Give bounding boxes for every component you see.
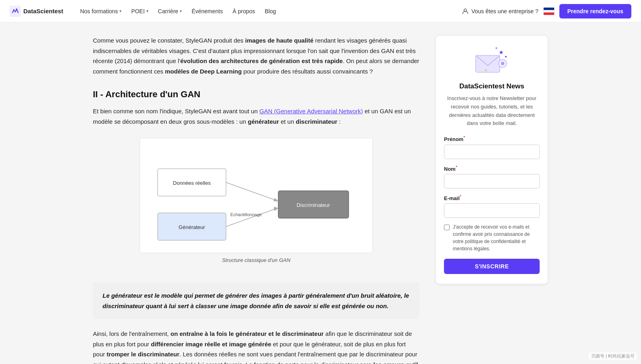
prenom-label: Prénom* (444, 135, 540, 142)
nav-right: Vous êtes une entreprise ? Prendre rende… (462, 4, 631, 18)
chevron-down-icon: ▾ (119, 9, 121, 13)
navbar: DataScientest Nos formations ▾ POEI ▾ Ca… (0, 0, 641, 22)
svg-point-2 (16, 8, 18, 10)
nav-links: Nos formations ▾ POEI ▾ Carrière ▾ Événe… (76, 6, 449, 17)
svg-text:★: ★ (495, 46, 498, 50)
section-intro: Et bien comme son nom l'indique, StyleGA… (93, 106, 419, 127)
diagram-container: Données réelles Générateur Discriminateu… (93, 138, 419, 273)
logo[interactable]: DataScientest (10, 6, 63, 17)
cta-button[interactable]: Prendre rendez-vous (559, 4, 631, 18)
sidebar: ★ ★ DataScientest News Inscrivez-vous à … (436, 35, 548, 284)
newsletter-card: ★ ★ DataScientest News Inscrivez-vous à … (436, 35, 548, 284)
diagram-caption: Structure classique d'un GAN (222, 257, 290, 263)
chevron-down-icon: ▾ (146, 9, 148, 13)
highlighted-block: Le générateur est le modèle qui permet d… (93, 282, 419, 319)
svg-rect-11 (476, 55, 500, 72)
svg-line-8 (226, 208, 277, 227)
email-label: E-mail* (444, 194, 540, 201)
diagram-donnees-label: Données réelles (173, 180, 211, 186)
enterprise-icon (462, 8, 469, 15)
enterprise-link[interactable]: Vous êtes une entreprise ? (462, 8, 538, 15)
nom-label: Nom* (444, 165, 540, 172)
prenom-input[interactable] (444, 145, 540, 159)
consent-group: J'accepte de recevoir vos e-mails et con… (444, 223, 540, 252)
nav-carriere[interactable]: Carrière ▾ (154, 6, 186, 17)
nom-group: Nom* (444, 165, 540, 188)
consent-label: J'accepte de recevoir vos e-mails et con… (453, 223, 540, 252)
watermark: 刃易号 | 时尚玩家岳可 (589, 352, 637, 360)
nom-input[interactable] (444, 174, 540, 188)
language-flag[interactable] (543, 7, 555, 15)
page-layout: Comme vous pouvez le constater, StyleGAN… (83, 22, 558, 364)
nav-apropos[interactable]: À propos (228, 6, 259, 17)
svg-line-7 (226, 182, 277, 201)
subscribe-button[interactable]: S'INSCRIRE (444, 259, 540, 274)
svg-text:★: ★ (499, 49, 504, 55)
nav-poei[interactable]: POEI ▾ (127, 6, 152, 17)
nav-evenements[interactable]: Événements (187, 6, 227, 17)
email-input[interactable] (444, 203, 540, 218)
prenom-group: Prénom* (444, 135, 540, 159)
nav-blog[interactable]: Blog (261, 6, 280, 17)
diagram-echantillonnage-label: Echantillonnage (230, 212, 262, 217)
svg-point-17 (505, 56, 507, 57)
svg-point-16 (485, 70, 487, 72)
logo-text: DataScientest (23, 8, 63, 14)
nav-formations[interactable]: Nos formations ▾ (76, 6, 125, 17)
newsletter-desc: Inscrivez-vous à notre Newsletter pour r… (444, 94, 540, 128)
svg-marker-9 (274, 207, 277, 210)
body-text: Ainsi, lors de l'entraînement, on entraî… (93, 329, 419, 364)
intro-paragraph: Comme vous pouvez le constater, StyleGAN… (93, 35, 419, 76)
diagram-svg: Données réelles Générateur Discriminateu… (140, 138, 373, 253)
newsletter-title: DataScientest News (444, 82, 540, 90)
section-title: II - Architecture d'un GAN (93, 89, 419, 100)
chevron-down-icon: ▾ (180, 9, 182, 13)
svg-point-15 (501, 62, 504, 65)
diagram-generateur-label: Générateur (179, 224, 205, 230)
consent-checkbox[interactable] (444, 225, 450, 230)
svg-point-1 (13, 9, 15, 10)
gan-link[interactable]: GAN (Generative Adversarial Network) (259, 108, 363, 115)
main-content: Comme vous pouvez le constater, StyleGAN… (93, 35, 419, 364)
email-group: E-mail* (444, 194, 540, 218)
newsletter-illustration: ★ ★ (444, 45, 540, 78)
diagram-discriminateur-label: Discriminateur (296, 202, 330, 208)
